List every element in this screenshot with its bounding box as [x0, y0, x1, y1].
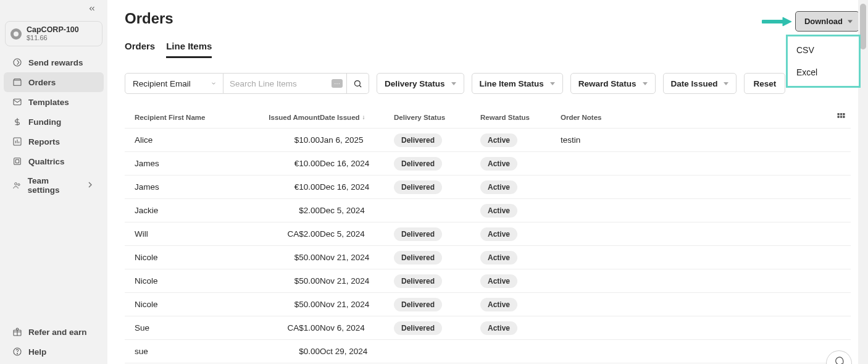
- account-switcher[interactable]: CapCORP-100 $11.66: [5, 21, 102, 46]
- callout-arrow-icon: [762, 16, 791, 27]
- sidebar-item-label: Funding: [28, 117, 61, 127]
- caret-down-icon: [643, 82, 648, 85]
- cell-name: James: [135, 159, 258, 168]
- cell-date: Nov 21, 2024: [320, 300, 394, 309]
- cell-delivery: Delivered: [394, 251, 480, 265]
- tab-line-items[interactable]: Line Items: [166, 41, 212, 58]
- search-field-select-label: Recipient Email: [133, 79, 191, 88]
- tab-orders[interactable]: Orders: [125, 41, 155, 58]
- svg-rect-1: [14, 80, 21, 86]
- col-label: Date Issued: [320, 114, 360, 121]
- tabs: Orders Line Items: [125, 41, 851, 58]
- svg-point-10: [18, 184, 20, 185]
- download-button[interactable]: Download: [795, 11, 859, 32]
- sidebar-item-label: Help: [28, 347, 46, 357]
- table-row[interactable]: sue $0.00 Oct 29, 2024: [125, 340, 851, 363]
- col-date-issued[interactable]: Date Issued ↓: [320, 114, 394, 121]
- cell-date: Dec 16, 2024: [320, 182, 394, 192]
- cell-name: sue: [135, 347, 258, 356]
- cell-name: James: [135, 182, 258, 192]
- table-row[interactable]: Nicole $50.00 Nov 21, 2024 Delivered Act…: [125, 246, 851, 269]
- svg-marker-15: [783, 17, 791, 26]
- cell-delivery: Delivered: [394, 274, 480, 288]
- account-avatar-icon: [10, 28, 22, 40]
- caret-down-icon: [848, 20, 853, 23]
- cell-reward: Active: [480, 180, 561, 194]
- scrollbar-thumb[interactable]: [860, 4, 866, 49]
- filter-line-item-status[interactable]: Line Item Status: [472, 73, 563, 94]
- sidebar-item-team-settings[interactable]: Team settings: [4, 171, 104, 200]
- sidebar-item-send-rewards[interactable]: Send rewards: [4, 53, 104, 72]
- download-option-csv[interactable]: CSV: [788, 39, 859, 61]
- table-row[interactable]: Nicole $50.00 Nov 21, 2024 Delivered Act…: [125, 293, 851, 316]
- table-row[interactable]: Will CA$2.00 Dec 5, 2024 Delivered Activ…: [125, 222, 851, 246]
- table-row[interactable]: Sue CA$1.00 Nov 6, 2024 Delivered Active: [125, 316, 851, 340]
- sort-desc-icon: ↓: [362, 114, 365, 121]
- col-order-notes[interactable]: Order Notes: [561, 114, 821, 121]
- chevron-right-icon: [85, 180, 95, 192]
- sidebar-item-qualtrics[interactable]: Qualtrics: [4, 151, 104, 171]
- table-row[interactable]: Jackie $2.00 Dec 5, 2024 Active: [125, 199, 851, 222]
- caret-down-icon: [724, 82, 728, 85]
- account-balance: $11.66: [27, 34, 79, 42]
- search-input[interactable]: [230, 79, 328, 88]
- line-items-table: Recipient First Name Issued Amount Date …: [125, 106, 851, 363]
- cell-amount: CA$2.00: [287, 229, 320, 239]
- filter-delivery-status[interactable]: Delivery Status: [377, 73, 464, 94]
- cell-delivery: Delivered: [394, 321, 480, 335]
- filter-date-issued[interactable]: Date Issued: [663, 73, 737, 94]
- col-reward-status[interactable]: Reward Status: [480, 114, 561, 121]
- collapse-sidebar-icon[interactable]: [88, 4, 96, 15]
- table-row[interactable]: Nicole $50.00 Nov 21, 2024 Delivered Act…: [125, 269, 851, 293]
- sidebar-item-label: Templates: [28, 98, 69, 107]
- col-issued-amount[interactable]: Issued Amount: [269, 114, 320, 121]
- svg-point-0: [14, 59, 21, 66]
- sidebar-item-orders[interactable]: Orders: [4, 72, 104, 92]
- cell-date: Dec 16, 2024: [320, 159, 394, 168]
- cell-amount: $50.00: [294, 253, 320, 262]
- col-delivery-status[interactable]: Delivery Status: [394, 114, 480, 121]
- table-row[interactable]: Alice $10.00 Jan 6, 2025 Delivered Activ…: [125, 129, 851, 152]
- cell-amount: €10.00: [294, 182, 320, 192]
- search-button[interactable]: [347, 73, 369, 94]
- cell-date: Nov 21, 2024: [320, 276, 394, 286]
- filter-bar: Recipient Email ⋯ Delivery Status Line I…: [125, 73, 851, 94]
- cell-date: Jan 6, 2025: [320, 135, 394, 145]
- sidebar-item-reports[interactable]: Reports: [4, 132, 104, 151]
- sidebar-item-templates[interactable]: Templates: [4, 92, 104, 112]
- cell-delivery: Delivered: [394, 298, 480, 311]
- table-row[interactable]: James €10.00 Dec 16, 2024 Delivered Acti…: [125, 176, 851, 199]
- sidebar-item-refer[interactable]: Refer and earn: [4, 322, 104, 342]
- sidebar-item-label: Team settings: [28, 176, 79, 195]
- search-field-select[interactable]: Recipient Email: [125, 73, 223, 94]
- cell-amount: CA$1.00: [287, 323, 320, 332]
- svg-point-16: [355, 80, 361, 86]
- cell-reward: Active: [480, 157, 561, 171]
- cell-date: Dec 5, 2024: [320, 229, 394, 239]
- svg-rect-2: [14, 99, 21, 104]
- column-settings-icon[interactable]: [837, 112, 846, 122]
- filter-reward-status[interactable]: Reward Status: [570, 73, 656, 94]
- svg-line-17: [359, 85, 361, 87]
- svg-rect-21: [838, 116, 840, 118]
- sidebar-item-label: Refer and earn: [28, 328, 87, 337]
- sidebar-item-funding[interactable]: Funding: [4, 112, 104, 132]
- cell-reward: Active: [480, 298, 561, 311]
- reset-button[interactable]: Reset: [744, 73, 785, 94]
- cell-name: Will: [135, 229, 258, 239]
- nav: Send rewards Orders Templates Funding Re…: [0, 53, 107, 200]
- cell-delivery: Delivered: [394, 180, 480, 194]
- svg-rect-7: [14, 158, 21, 165]
- cell-delivery: Delivered: [394, 227, 480, 241]
- cell-notes: testin: [561, 135, 821, 145]
- kbd-hint-icon: ⋯: [332, 79, 343, 88]
- cell-reward: Active: [480, 227, 561, 241]
- download-dropdown: CSV Excel: [786, 35, 861, 88]
- table-row[interactable]: James €10.00 Dec 16, 2024 Delivered Acti…: [125, 152, 851, 176]
- download-option-excel[interactable]: Excel: [788, 61, 859, 83]
- sidebar: CapCORP-100 $11.66 Send rewards Orders T…: [0, 0, 107, 364]
- caret-down-icon: [550, 82, 555, 85]
- col-recipient-first-name[interactable]: Recipient First Name: [135, 114, 258, 121]
- cell-amount: $50.00: [294, 300, 320, 309]
- sidebar-item-help[interactable]: Help: [4, 342, 104, 362]
